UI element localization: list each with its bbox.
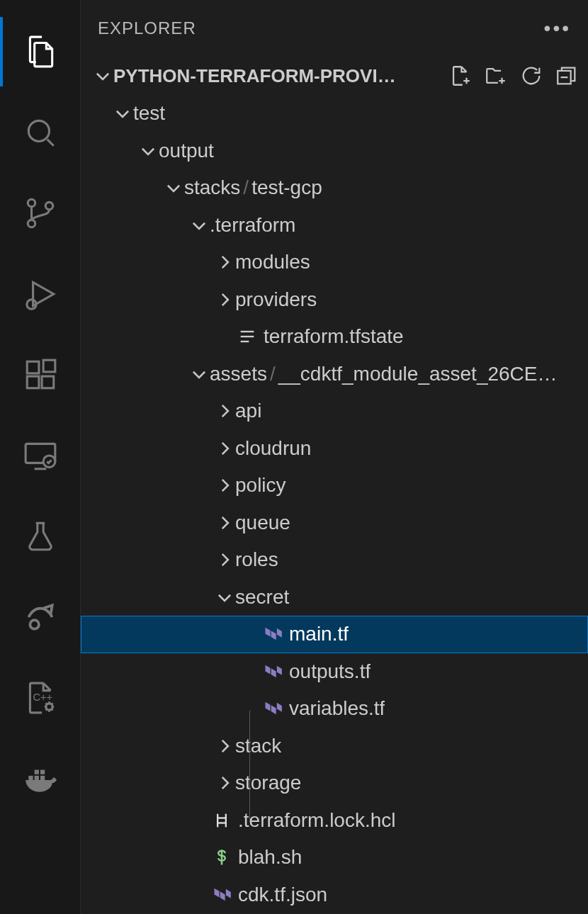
refresh-icon (519, 64, 543, 88)
workspace-row[interactable]: PYTHON-TERRAFORM-PROVI… (81, 57, 588, 95)
chevron-down-icon (112, 104, 133, 123)
activity-testing[interactable] (0, 496, 81, 577)
activity-source-control[interactable] (0, 173, 81, 254)
svg-marker-29 (266, 702, 271, 711)
explorer-sidebar: EXPLORER ••• PYTHON-TERRAFORM-PROVI… tes… (81, 0, 588, 914)
tree-item[interactable]: queue (81, 504, 588, 542)
activity-search[interactable] (0, 92, 81, 173)
chevron-down-icon (137, 142, 159, 160)
path-separator: / (240, 176, 251, 198)
path-segment: test-gcp (251, 176, 322, 198)
share-icon (23, 599, 58, 635)
activity-explorer[interactable] (0, 11, 81, 92)
chevron-right-icon (214, 402, 235, 420)
new-folder-button[interactable] (483, 63, 509, 89)
tree-item[interactable]: modules (81, 244, 588, 281)
tree-item[interactable]: .terraform (81, 207, 588, 244)
tree-item-label: .terraform.lock.hcl (238, 809, 396, 832)
extensions-icon (23, 357, 58, 393)
svg-text:C++: C++ (33, 692, 52, 703)
chevron-right-icon (214, 253, 235, 271)
activity-docker[interactable] (0, 738, 81, 819)
new-file-button[interactable] (448, 63, 473, 89)
tree-item[interactable]: providers (81, 281, 588, 319)
file-tree: testoutputstacks/test-gcp.terraformmodul… (81, 95, 588, 914)
svg-marker-32 (215, 888, 220, 897)
svg-marker-23 (266, 628, 271, 637)
tree-item[interactable]: output (81, 132, 588, 170)
path-segment: __cdktf_module_asset_26CE… (278, 363, 558, 385)
debug-icon (23, 276, 58, 312)
tree-item-label: variables.tf (289, 697, 385, 720)
chevron-right-icon (214, 774, 235, 792)
tree-item[interactable]: storage (81, 765, 588, 802)
chevron-down-icon (188, 365, 210, 383)
tree-item-label: terraform.tfstate (264, 325, 404, 348)
tree-item-label: roles (235, 548, 278, 571)
tree-item[interactable]: terraform.tfstate (81, 318, 588, 356)
chevron-right-icon (214, 290, 235, 309)
activity-remote[interactable] (0, 415, 81, 496)
svg-rect-18 (40, 770, 45, 774)
svg-rect-8 (43, 360, 55, 372)
chevron-right-icon (214, 439, 235, 458)
tf-icon (210, 885, 234, 905)
chevron-down-icon (188, 216, 210, 235)
tree-item[interactable]: test (81, 95, 588, 132)
activity-cpp[interactable]: C++ (0, 658, 81, 738)
sidebar-header: EXPLORER ••• (81, 0, 588, 57)
new-file-icon (448, 64, 473, 88)
tree-item[interactable]: policy (81, 467, 588, 504)
tree-item[interactable]: secret (81, 579, 588, 616)
tree-item-label: main.tf (289, 623, 349, 645)
workspace-name: PYTHON-TERRAFORM-PROVI… (113, 65, 448, 87)
dollar-icon (210, 847, 234, 867)
tree-item[interactable]: stack (81, 728, 588, 765)
tree-item-label: assets/__cdktf_module_asset_26CE… (210, 363, 558, 385)
docker-icon (23, 761, 58, 796)
activity-extensions[interactable] (0, 334, 81, 415)
tree-item[interactable]: .terraform.lock.hcl (81, 802, 588, 840)
tree-item[interactable]: api (81, 393, 588, 430)
svg-marker-24 (271, 631, 276, 641)
tree-item[interactable]: blah.sh (81, 839, 588, 876)
svg-point-0 (28, 120, 49, 141)
tree-item[interactable]: outputs.tf (81, 653, 588, 691)
search-icon (23, 115, 58, 150)
svg-rect-16 (40, 776, 45, 780)
new-folder-icon (484, 64, 508, 88)
refresh-button[interactable] (519, 63, 544, 89)
sidebar-title: EXPLORER (98, 18, 196, 38)
file-gear-icon: C++ (23, 680, 58, 716)
svg-marker-25 (277, 628, 282, 638)
tree-item[interactable]: roles (81, 541, 588, 579)
tf-icon (261, 662, 285, 682)
tree-item[interactable]: stacks/test-gcp (81, 169, 588, 207)
activity-live-share[interactable] (0, 577, 81, 658)
tree-item[interactable]: assets/__cdktf_module_asset_26CE… (81, 356, 588, 393)
more-actions-button[interactable]: ••• (544, 17, 571, 40)
svg-marker-31 (277, 703, 282, 712)
tree-item-label: storage (235, 772, 301, 794)
svg-marker-28 (277, 666, 282, 675)
svg-rect-7 (42, 376, 54, 388)
tree-item-label: cdk.tf.json (238, 884, 327, 906)
tf-icon (261, 699, 285, 718)
collapse-all-button[interactable] (554, 63, 579, 89)
tree-item-label: stack (235, 735, 281, 757)
svg-point-11 (30, 620, 38, 629)
beaker-icon (23, 519, 58, 554)
tree-item-label: blah.sh (238, 846, 302, 869)
svg-rect-6 (27, 376, 39, 388)
svg-marker-30 (271, 706, 276, 715)
tree-item[interactable]: cloudrun (81, 430, 588, 468)
chevron-right-icon (214, 476, 235, 495)
svg-rect-14 (28, 776, 33, 780)
tree-item[interactable]: main.tf (81, 616, 588, 653)
tree-item[interactable]: variables.tf (81, 690, 588, 728)
tree-item-label: queue (235, 512, 290, 534)
tree-item[interactable]: cdk.tf.json (81, 876, 588, 914)
svg-point-3 (45, 202, 52, 209)
activity-run-debug[interactable] (0, 254, 81, 334)
path-segment: assets (210, 363, 267, 385)
